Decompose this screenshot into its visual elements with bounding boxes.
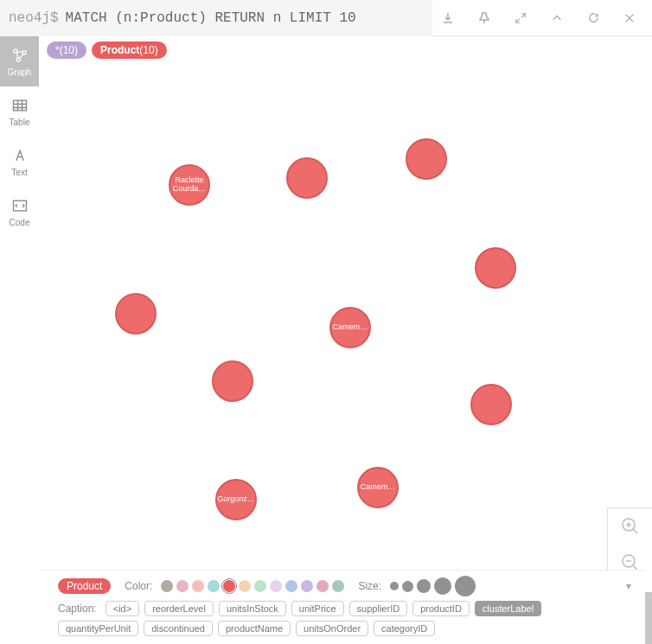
label-pill-product[interactable]: Product bbox=[58, 578, 111, 594]
caption-prop-id[interactable]: <id> bbox=[105, 601, 139, 616]
color-swatch[interactable] bbox=[301, 580, 313, 592]
caption-prop-unitsonorder[interactable]: unitsOnOrder bbox=[296, 621, 368, 636]
caption-prop-clusterlabel[interactable]: clusterLabel bbox=[475, 601, 541, 616]
color-swatch[interactable] bbox=[176, 580, 189, 592]
query-prompt: neo4j$ bbox=[9, 10, 59, 26]
svg-rect-3 bbox=[13, 100, 26, 111]
color-swatch[interactable] bbox=[208, 580, 220, 592]
query-bar: neo4j$ MATCH (n:Product) RETURN n LIMIT … bbox=[0, 0, 652, 36]
rail-label: Text bbox=[11, 168, 27, 177]
query-actions bbox=[432, 11, 652, 25]
color-swatch[interactable] bbox=[239, 580, 251, 592]
color-swatch[interactable] bbox=[332, 580, 344, 592]
rail-label: Table bbox=[10, 118, 30, 127]
style-panel: Product Color: Size: ▾ Caption: <id>reor… bbox=[39, 570, 645, 644]
graph-node[interactable]: Camem… bbox=[329, 307, 371, 348]
size-swatch[interactable] bbox=[455, 576, 476, 596]
caption-props-row1: <id>reorderLevelunitsInStockunitPricesup… bbox=[105, 601, 541, 616]
caption-prop-reorderlevel[interactable]: reorderLevel bbox=[144, 601, 214, 616]
graph-canvas[interactable]: Raclette Courda…Camem…Gorgonz…Camem… bbox=[39, 36, 652, 588]
color-swatch[interactable] bbox=[316, 580, 329, 592]
node-label: Camem… bbox=[333, 323, 368, 332]
graph-icon bbox=[11, 47, 29, 64]
caption-label: Caption: bbox=[58, 603, 97, 615]
graph-node[interactable] bbox=[212, 360, 253, 402]
size-swatch[interactable] bbox=[402, 581, 413, 592]
node-label: Raclette Courda… bbox=[173, 176, 207, 194]
color-swatch[interactable] bbox=[285, 580, 297, 592]
caption-props-row2: quantityPerUnitdiscontinuedproductNameun… bbox=[58, 621, 435, 636]
svg-point-0 bbox=[13, 48, 16, 52]
graph-node[interactable]: Raclette Courda… bbox=[169, 164, 210, 206]
size-swatch[interactable] bbox=[390, 582, 399, 590]
graph-node[interactable] bbox=[286, 157, 328, 199]
code-icon bbox=[11, 197, 29, 214]
scrollbar[interactable] bbox=[645, 592, 652, 644]
caption-prop-discontinued[interactable]: discontinued bbox=[144, 621, 213, 636]
node-label: Gorgonz… bbox=[217, 495, 255, 504]
caption-prop-unitsinstock[interactable]: unitsInStock bbox=[219, 601, 286, 616]
color-label: Color: bbox=[125, 580, 152, 592]
collapse-icon[interactable] bbox=[514, 11, 527, 25]
query-text: MATCH (n:Product) RETURN n LIMIT 10 bbox=[66, 10, 356, 26]
rail-label: Graph bbox=[8, 67, 32, 77]
caption-prop-productid[interactable]: productID bbox=[412, 601, 470, 616]
graph-node[interactable]: Gorgonz… bbox=[215, 479, 257, 520]
refresh-icon[interactable] bbox=[586, 11, 600, 25]
download-icon[interactable] bbox=[441, 11, 455, 25]
caption-prop-quantityperunit[interactable]: quantityPerUnit bbox=[58, 621, 138, 636]
chevron-up-icon[interactable] bbox=[550, 11, 564, 25]
color-swatch[interactable] bbox=[270, 580, 282, 592]
rail-item-text[interactable]: Text bbox=[0, 137, 39, 187]
table-icon bbox=[11, 97, 29, 114]
rail-item-graph[interactable]: Graph bbox=[0, 36, 39, 86]
text-icon bbox=[11, 147, 29, 164]
graph-node[interactable] bbox=[406, 138, 447, 180]
panel-collapse-icon[interactable]: ▾ bbox=[626, 580, 631, 592]
color-swatches bbox=[161, 580, 344, 592]
zoom-in-button[interactable] bbox=[608, 508, 652, 545]
color-swatch[interactable] bbox=[254, 580, 266, 592]
close-icon[interactable] bbox=[623, 11, 636, 25]
size-swatch[interactable] bbox=[417, 579, 431, 593]
pin-icon[interactable] bbox=[477, 11, 491, 25]
rail-item-code[interactable]: Code bbox=[0, 187, 39, 237]
color-swatch[interactable] bbox=[161, 580, 173, 592]
caption-prop-productname[interactable]: productName bbox=[218, 621, 291, 636]
color-swatch[interactable] bbox=[223, 580, 235, 592]
query-input[interactable]: neo4j$ MATCH (n:Product) RETURN n LIMIT … bbox=[0, 0, 432, 36]
view-rail: GraphTableTextCode bbox=[0, 36, 39, 237]
graph-node[interactable]: Camem… bbox=[357, 467, 399, 508]
size-swatches bbox=[390, 576, 476, 596]
color-swatch[interactable] bbox=[192, 580, 204, 592]
graph-node[interactable] bbox=[475, 247, 516, 289]
caption-prop-categoryid[interactable]: categoryID bbox=[374, 621, 435, 636]
rail-item-table[interactable]: Table bbox=[0, 86, 39, 137]
size-label: Size: bbox=[358, 580, 381, 592]
node-label: Camem… bbox=[361, 483, 396, 492]
size-swatch[interactable] bbox=[434, 577, 451, 595]
caption-prop-supplierid[interactable]: supplierID bbox=[349, 601, 408, 616]
caption-prop-unitprice[interactable]: unitPrice bbox=[291, 601, 344, 616]
graph-node[interactable] bbox=[115, 293, 157, 335]
graph-node[interactable] bbox=[470, 384, 512, 425]
rail-label: Code bbox=[10, 218, 30, 227]
